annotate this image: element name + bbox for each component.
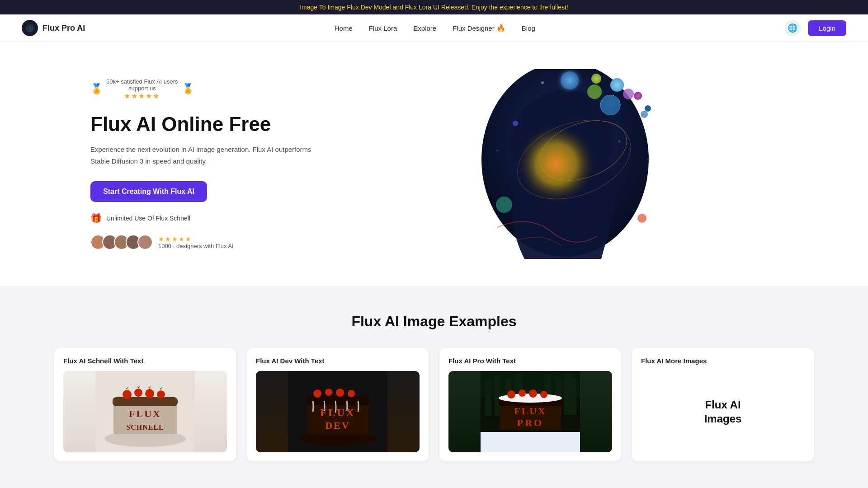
- banner-text: Image To Image Flux Dev Model and Flux L…: [300, 4, 568, 11]
- schnell-cake-svg: FLUX SCHNELL: [95, 371, 195, 452]
- svg-point-33: [325, 389, 332, 396]
- svg-point-52: [507, 390, 515, 399]
- designer-stars: ★★★★★: [158, 235, 234, 243]
- svg-point-34: [336, 389, 344, 397]
- dev-cake-svg: FLUX DEV: [288, 371, 387, 452]
- svg-text:PRO: PRO: [517, 417, 543, 428]
- laurel-right-icon: 🏅: [182, 83, 194, 95]
- svg-point-10: [513, 121, 518, 126]
- examples-grid: Flux AI Schnell With Text: [54, 348, 814, 461]
- svg-point-2: [515, 123, 597, 205]
- flame-icon: 🔥: [496, 24, 505, 32]
- header-right: 🌐 Login: [784, 20, 846, 36]
- proof-stars: ★★★★★: [106, 92, 178, 100]
- svg-rect-21: [113, 397, 178, 406]
- examples-section: Flux AI Image Examples Flux AI Schnell W…: [0, 286, 868, 488]
- planet-1: [561, 71, 579, 89]
- card-image-schnell: FLUX SCHNELL: [63, 371, 227, 452]
- hero-title: Flux AI Online Free: [90, 113, 316, 136]
- planet-4: [591, 74, 601, 84]
- svg-rect-40: [485, 380, 491, 416]
- cta-button[interactable]: Start Creating With Flux AI: [90, 181, 207, 202]
- login-button[interactable]: Login: [808, 20, 846, 36]
- svg-point-32: [313, 389, 321, 398]
- svg-text:DEV: DEV: [325, 420, 350, 431]
- svg-point-54: [529, 389, 537, 398]
- example-card-more: Flux AI More Images Flux AI Images: [632, 348, 814, 461]
- svg-point-16: [647, 158, 650, 161]
- hero-silhouette-svg: [470, 69, 660, 263]
- proof-info: 50k+ satisfied Flux AI users support us …: [106, 78, 178, 100]
- svg-point-12: [637, 214, 646, 223]
- proof-text-line1: 50k+ satisfied Flux AI users: [106, 78, 178, 85]
- svg-point-17: [496, 150, 498, 151]
- svg-point-53: [519, 389, 526, 397]
- social-proof: 🏅 50k+ satisfied Flux AI users support u…: [90, 78, 316, 100]
- avatar-group: [90, 235, 153, 250]
- card-title-pro: Flux AI Pro With Text: [448, 357, 612, 365]
- logo-text: Flux Pro AI: [42, 23, 85, 33]
- svg-point-13: [541, 81, 544, 84]
- card-image-more: Flux AI Images: [641, 371, 805, 452]
- planet-2: [610, 78, 624, 92]
- hero-right: [316, 69, 814, 259]
- svg-text:SCHNELL: SCHNELL: [126, 423, 164, 431]
- card-image-pro: FLUX PRO: [448, 371, 612, 452]
- svg-point-7: [623, 89, 634, 99]
- designer-info: ★★★★★ 1000+ designers with Flux AI: [158, 235, 234, 249]
- card-title-dev: Flux AI Dev With Text: [256, 357, 420, 365]
- planet-5: [645, 105, 651, 112]
- pro-cake-svg: FLUX PRO: [481, 371, 580, 452]
- logo-icon: 🌑: [22, 20, 38, 36]
- svg-point-6: [600, 95, 620, 115]
- svg-text:FLUX: FLUX: [320, 407, 355, 418]
- globe-icon: 🌐: [788, 23, 797, 33]
- designer-count: 1000+ designers with Flux AI: [158, 243, 234, 249]
- svg-point-15: [618, 141, 620, 142]
- unlimited-label: Unlimited Use Of Flux Schnell: [106, 215, 190, 222]
- svg-point-22: [123, 390, 132, 399]
- hero-left: 🏅 50k+ satisfied Flux AI users support u…: [90, 78, 316, 250]
- avatar-5: [137, 235, 153, 250]
- hero-description: Experience the next evolution in AI imag…: [90, 144, 316, 167]
- nav-item-explore[interactable]: Explore: [413, 24, 436, 32]
- example-card-dev: Flux AI Dev With Text: [247, 348, 429, 461]
- card-image-dev: FLUX DEV: [256, 371, 420, 452]
- svg-rect-31: [306, 396, 369, 405]
- example-card-pro: Flux AI Pro With Text: [439, 348, 621, 461]
- header: 🌑 Flux Pro AI Home Flux Lora Explore Flu…: [0, 14, 868, 42]
- svg-point-8: [587, 84, 602, 99]
- gift-icon: 🎁: [90, 213, 102, 224]
- announcement-banner: Image To Image Flux Dev Model and Flux L…: [0, 0, 868, 14]
- svg-point-24: [145, 389, 154, 398]
- examples-title: Flux AI Image Examples: [54, 313, 814, 330]
- laurel-left-icon: 🏅: [90, 83, 103, 95]
- logo-area[interactable]: 🌑 Flux Pro AI: [22, 20, 85, 36]
- svg-point-9: [641, 111, 648, 118]
- more-images-text: Flux AI Images: [704, 398, 742, 426]
- hero-section: 🏅 50k+ satisfied Flux AI users support u…: [0, 42, 868, 286]
- hero-image: [470, 69, 660, 259]
- svg-rect-47: [571, 378, 576, 415]
- designers-row: ★★★★★ 1000+ designers with Flux AI: [90, 235, 316, 250]
- nav-item-flux-lora[interactable]: Flux Lora: [369, 24, 397, 32]
- planet-3: [634, 92, 642, 100]
- svg-point-23: [134, 389, 142, 397]
- nav-item-flux-designer[interactable]: Flux Designer 🔥: [453, 24, 505, 33]
- proof-text-line2: support us: [106, 85, 178, 92]
- main-nav: Home Flux Lora Explore Flux Designer 🔥 B…: [335, 24, 535, 33]
- card-title-schnell: Flux AI Schnell With Text: [63, 357, 227, 365]
- language-button[interactable]: 🌐: [784, 20, 801, 36]
- example-card-schnell: Flux AI Schnell With Text: [54, 348, 236, 461]
- card-title-more: Flux AI More Images: [641, 357, 805, 365]
- svg-rect-48: [481, 432, 580, 452]
- svg-point-25: [157, 390, 165, 399]
- svg-point-55: [540, 391, 547, 398]
- svg-point-35: [348, 390, 355, 397]
- svg-text:FLUX: FLUX: [129, 408, 161, 419]
- nav-item-blog[interactable]: Blog: [522, 24, 535, 32]
- svg-text:FLUX: FLUX: [514, 405, 547, 417]
- unlimited-row: 🎁 Unlimited Use Of Flux Schnell: [90, 213, 316, 224]
- svg-point-11: [496, 197, 512, 213]
- nav-item-home[interactable]: Home: [335, 24, 353, 32]
